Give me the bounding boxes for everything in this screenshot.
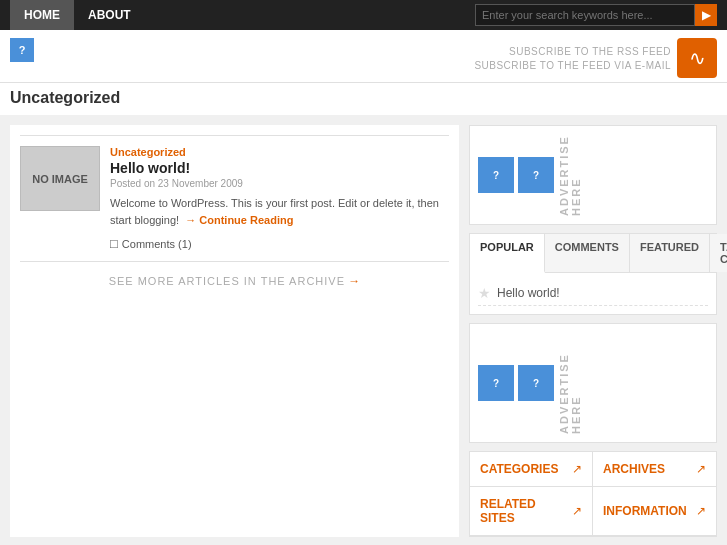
- logo: ?: [10, 38, 34, 62]
- tab-header: POPULAR COMMENTS FEATURED TAG CLOUD: [470, 234, 716, 273]
- archive-arrow-icon: →: [348, 274, 360, 288]
- right-sidebar: ? ? ADVERTISE HERE POPULAR COMMENTS FEAT…: [469, 125, 717, 537]
- ad-box-2: ? ? ADVERTISE HERE: [469, 323, 717, 443]
- tab-list-item: ★ Hello world!: [478, 281, 708, 306]
- rss-email-label[interactable]: SUBSCRIBE TO THE FEED VIA E-MAIL: [474, 60, 671, 71]
- page-title-bar: Uncategorized: [0, 82, 727, 115]
- related-sites-label: RELATED SITES: [480, 497, 572, 525]
- information-label: INFORMATION: [603, 504, 687, 518]
- left-col: NO IMAGE Uncategorized Hello world! Post…: [10, 125, 459, 537]
- continue-arrow-icon: →: [185, 214, 196, 226]
- rss-icon[interactable]: ∿: [677, 38, 717, 78]
- search-wrap: ▶: [475, 4, 717, 26]
- main-layout: NO IMAGE Uncategorized Hello world! Post…: [0, 115, 727, 545]
- categories-arrow-icon: ↗: [572, 462, 582, 476]
- tab-list-text[interactable]: Hello world!: [497, 286, 560, 300]
- archives-label: ARCHIVES: [603, 462, 665, 476]
- rss-area: SUBSCRIBE TO THE RSS FEED SUBSCRIBE TO T…: [474, 38, 717, 78]
- ad-placeholder-1a: ?: [478, 157, 514, 193]
- search-icon: ▶: [702, 8, 711, 22]
- comment-icon: □: [110, 236, 118, 251]
- bottom-links-grid: CATEGORIES ↗ ARCHIVES ↗ RELATED SITES ↗ …: [470, 452, 716, 536]
- ad-placeholder-2b: ?: [518, 365, 554, 401]
- nav-item-about[interactable]: ABOUT: [74, 0, 145, 30]
- categories-label: CATEGORIES: [480, 462, 558, 476]
- bottom-link-information[interactable]: INFORMATION ↗: [593, 487, 716, 536]
- archive-link-bar: SEE MORE ARTICLES IN THE ARCHIVE →: [20, 261, 449, 300]
- bottom-link-archives[interactable]: ARCHIVES ↗: [593, 452, 716, 487]
- post-comments[interactable]: □ Comments (1): [110, 236, 449, 251]
- post-category[interactable]: Uncategorized: [110, 146, 449, 158]
- rss-row: SUBSCRIBE TO THE RSS FEED SUBSCRIBE TO T…: [474, 38, 717, 78]
- ad-placeholder-1b: ?: [518, 157, 554, 193]
- related-arrow-icon: ↗: [572, 504, 582, 518]
- post-thumb-text: NO IMAGE: [32, 173, 88, 185]
- ad-box-1: ? ? ADVERTISE HERE: [469, 125, 717, 225]
- archive-link[interactable]: SEE MORE ARTICLES IN THE ARCHIVE: [109, 275, 345, 287]
- post-excerpt: Welcome to WordPress. This is your first…: [110, 195, 449, 228]
- post-item: NO IMAGE Uncategorized Hello world! Post…: [20, 135, 449, 261]
- post-content: Uncategorized Hello world! Posted on 23 …: [110, 146, 449, 251]
- tab-content: ★ Hello world!: [470, 273, 716, 314]
- star-icon: ★: [478, 285, 491, 301]
- continue-reading-link[interactable]: Continue Reading: [199, 214, 293, 226]
- tab-popular[interactable]: POPULAR: [470, 234, 545, 273]
- tab-tag-cloud[interactable]: TAG CLOUD: [710, 234, 727, 272]
- ad-text-2: ADVERTISE HERE: [558, 332, 582, 434]
- nav-links: HOME ABOUT: [10, 0, 145, 30]
- nav-bar: HOME ABOUT ▶: [0, 0, 727, 30]
- page-title: Uncategorized: [10, 89, 120, 106]
- ad-placeholder-2a: ?: [478, 365, 514, 401]
- post-title[interactable]: Hello world!: [110, 160, 449, 176]
- tab-comments[interactable]: COMMENTS: [545, 234, 630, 272]
- header-area: ? SUBSCRIBE TO THE RSS FEED SUBSCRIBE TO…: [0, 30, 727, 82]
- tabs-box: POPULAR COMMENTS FEATURED TAG CLOUD ★ He…: [469, 233, 717, 315]
- search-button[interactable]: ▶: [695, 4, 717, 26]
- tab-featured[interactable]: FEATURED: [630, 234, 710, 272]
- bottom-link-related[interactable]: RELATED SITES ↗: [470, 487, 593, 536]
- search-input[interactable]: [475, 4, 695, 26]
- comments-label: Comments (1): [122, 238, 192, 250]
- post-thumbnail: NO IMAGE: [20, 146, 100, 211]
- information-arrow-icon: ↗: [696, 504, 706, 518]
- bottom-links: CATEGORIES ↗ ARCHIVES ↗ RELATED SITES ↗ …: [469, 451, 717, 537]
- nav-item-home[interactable]: HOME: [10, 0, 74, 30]
- rss-feed-label[interactable]: SUBSCRIBE TO THE RSS FEED: [509, 46, 671, 57]
- bottom-link-categories[interactable]: CATEGORIES ↗: [470, 452, 593, 487]
- rss-symbol-icon: ∿: [689, 46, 706, 70]
- ad-text-1: ADVERTISE HERE: [558, 134, 582, 216]
- post-date: Posted on 23 November 2009: [110, 178, 449, 189]
- archives-arrow-icon: ↗: [696, 462, 706, 476]
